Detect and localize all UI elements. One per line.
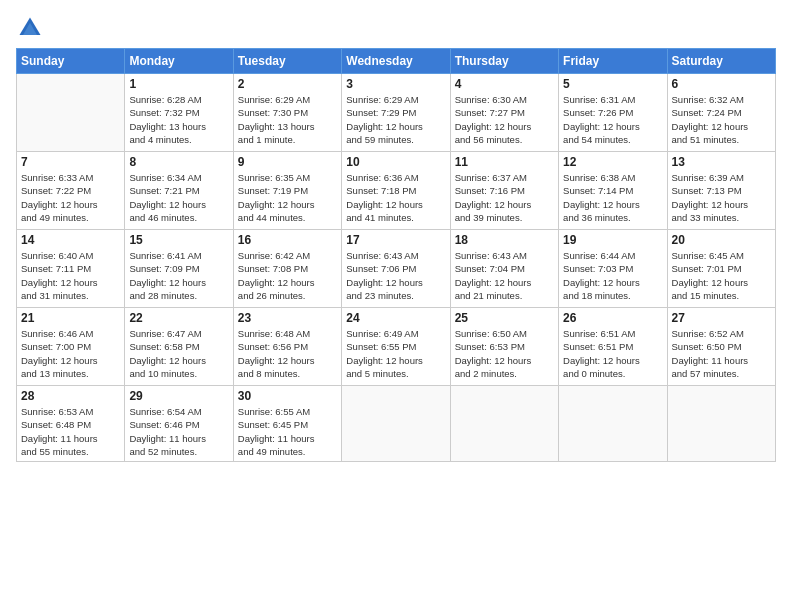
day-number: 23 bbox=[238, 311, 337, 325]
calendar-cell: 7Sunrise: 6:33 AM Sunset: 7:22 PM Daylig… bbox=[17, 152, 125, 230]
calendar-cell: 2Sunrise: 6:29 AM Sunset: 7:30 PM Daylig… bbox=[233, 74, 341, 152]
week-row-4: 21Sunrise: 6:46 AM Sunset: 7:00 PM Dayli… bbox=[17, 308, 776, 386]
day-number: 3 bbox=[346, 77, 445, 91]
day-number: 11 bbox=[455, 155, 554, 169]
calendar-cell: 11Sunrise: 6:37 AM Sunset: 7:16 PM Dayli… bbox=[450, 152, 558, 230]
day-number: 5 bbox=[563, 77, 662, 91]
day-info: Sunrise: 6:40 AM Sunset: 7:11 PM Dayligh… bbox=[21, 249, 120, 302]
day-number: 2 bbox=[238, 77, 337, 91]
calendar-cell: 10Sunrise: 6:36 AM Sunset: 7:18 PM Dayli… bbox=[342, 152, 450, 230]
calendar-cell: 1Sunrise: 6:28 AM Sunset: 7:32 PM Daylig… bbox=[125, 74, 233, 152]
day-info: Sunrise: 6:29 AM Sunset: 7:29 PM Dayligh… bbox=[346, 93, 445, 146]
calendar-cell: 21Sunrise: 6:46 AM Sunset: 7:00 PM Dayli… bbox=[17, 308, 125, 386]
day-number: 6 bbox=[672, 77, 771, 91]
calendar-cell: 24Sunrise: 6:49 AM Sunset: 6:55 PM Dayli… bbox=[342, 308, 450, 386]
day-info: Sunrise: 6:29 AM Sunset: 7:30 PM Dayligh… bbox=[238, 93, 337, 146]
logo bbox=[16, 14, 46, 42]
day-number: 25 bbox=[455, 311, 554, 325]
calendar-cell: 14Sunrise: 6:40 AM Sunset: 7:11 PM Dayli… bbox=[17, 230, 125, 308]
day-info: Sunrise: 6:43 AM Sunset: 7:04 PM Dayligh… bbox=[455, 249, 554, 302]
day-info: Sunrise: 6:46 AM Sunset: 7:00 PM Dayligh… bbox=[21, 327, 120, 380]
day-number: 17 bbox=[346, 233, 445, 247]
calendar-cell bbox=[450, 386, 558, 462]
calendar-cell: 6Sunrise: 6:32 AM Sunset: 7:24 PM Daylig… bbox=[667, 74, 775, 152]
day-info: Sunrise: 6:49 AM Sunset: 6:55 PM Dayligh… bbox=[346, 327, 445, 380]
day-info: Sunrise: 6:41 AM Sunset: 7:09 PM Dayligh… bbox=[129, 249, 228, 302]
day-info: Sunrise: 6:45 AM Sunset: 7:01 PM Dayligh… bbox=[672, 249, 771, 302]
calendar-cell: 12Sunrise: 6:38 AM Sunset: 7:14 PM Dayli… bbox=[559, 152, 667, 230]
logo-icon bbox=[16, 14, 44, 42]
day-number: 12 bbox=[563, 155, 662, 169]
day-header-saturday: Saturday bbox=[667, 49, 775, 74]
day-info: Sunrise: 6:42 AM Sunset: 7:08 PM Dayligh… bbox=[238, 249, 337, 302]
day-info: Sunrise: 6:35 AM Sunset: 7:19 PM Dayligh… bbox=[238, 171, 337, 224]
calendar-cell: 16Sunrise: 6:42 AM Sunset: 7:08 PM Dayli… bbox=[233, 230, 341, 308]
calendar-cell: 20Sunrise: 6:45 AM Sunset: 7:01 PM Dayli… bbox=[667, 230, 775, 308]
calendar-cell bbox=[667, 386, 775, 462]
day-number: 4 bbox=[455, 77, 554, 91]
day-number: 1 bbox=[129, 77, 228, 91]
day-number: 19 bbox=[563, 233, 662, 247]
calendar-cell: 5Sunrise: 6:31 AM Sunset: 7:26 PM Daylig… bbox=[559, 74, 667, 152]
week-row-1: 1Sunrise: 6:28 AM Sunset: 7:32 PM Daylig… bbox=[17, 74, 776, 152]
day-info: Sunrise: 6:50 AM Sunset: 6:53 PM Dayligh… bbox=[455, 327, 554, 380]
calendar-cell: 8Sunrise: 6:34 AM Sunset: 7:21 PM Daylig… bbox=[125, 152, 233, 230]
day-info: Sunrise: 6:30 AM Sunset: 7:27 PM Dayligh… bbox=[455, 93, 554, 146]
day-number: 18 bbox=[455, 233, 554, 247]
day-info: Sunrise: 6:31 AM Sunset: 7:26 PM Dayligh… bbox=[563, 93, 662, 146]
day-info: Sunrise: 6:28 AM Sunset: 7:32 PM Dayligh… bbox=[129, 93, 228, 146]
day-info: Sunrise: 6:33 AM Sunset: 7:22 PM Dayligh… bbox=[21, 171, 120, 224]
day-info: Sunrise: 6:37 AM Sunset: 7:16 PM Dayligh… bbox=[455, 171, 554, 224]
calendar-cell: 13Sunrise: 6:39 AM Sunset: 7:13 PM Dayli… bbox=[667, 152, 775, 230]
calendar-cell: 26Sunrise: 6:51 AM Sunset: 6:51 PM Dayli… bbox=[559, 308, 667, 386]
day-info: Sunrise: 6:48 AM Sunset: 6:56 PM Dayligh… bbox=[238, 327, 337, 380]
day-number: 29 bbox=[129, 389, 228, 403]
day-number: 15 bbox=[129, 233, 228, 247]
day-number: 8 bbox=[129, 155, 228, 169]
calendar-cell: 15Sunrise: 6:41 AM Sunset: 7:09 PM Dayli… bbox=[125, 230, 233, 308]
day-header-sunday: Sunday bbox=[17, 49, 125, 74]
day-number: 10 bbox=[346, 155, 445, 169]
day-header-friday: Friday bbox=[559, 49, 667, 74]
day-number: 30 bbox=[238, 389, 337, 403]
calendar-cell bbox=[342, 386, 450, 462]
calendar-cell: 3Sunrise: 6:29 AM Sunset: 7:29 PM Daylig… bbox=[342, 74, 450, 152]
header bbox=[16, 10, 776, 42]
calendar-table: SundayMondayTuesdayWednesdayThursdayFrid… bbox=[16, 48, 776, 462]
day-header-thursday: Thursday bbox=[450, 49, 558, 74]
calendar-cell: 4Sunrise: 6:30 AM Sunset: 7:27 PM Daylig… bbox=[450, 74, 558, 152]
day-info: Sunrise: 6:55 AM Sunset: 6:45 PM Dayligh… bbox=[238, 405, 337, 458]
day-number: 14 bbox=[21, 233, 120, 247]
day-info: Sunrise: 6:32 AM Sunset: 7:24 PM Dayligh… bbox=[672, 93, 771, 146]
calendar-cell bbox=[17, 74, 125, 152]
day-number: 13 bbox=[672, 155, 771, 169]
day-info: Sunrise: 6:38 AM Sunset: 7:14 PM Dayligh… bbox=[563, 171, 662, 224]
page: SundayMondayTuesdayWednesdayThursdayFrid… bbox=[0, 0, 792, 612]
day-number: 24 bbox=[346, 311, 445, 325]
calendar-cell: 18Sunrise: 6:43 AM Sunset: 7:04 PM Dayli… bbox=[450, 230, 558, 308]
day-number: 7 bbox=[21, 155, 120, 169]
calendar-cell: 30Sunrise: 6:55 AM Sunset: 6:45 PM Dayli… bbox=[233, 386, 341, 462]
day-number: 21 bbox=[21, 311, 120, 325]
day-info: Sunrise: 6:36 AM Sunset: 7:18 PM Dayligh… bbox=[346, 171, 445, 224]
calendar-cell: 22Sunrise: 6:47 AM Sunset: 6:58 PM Dayli… bbox=[125, 308, 233, 386]
calendar-cell: 27Sunrise: 6:52 AM Sunset: 6:50 PM Dayli… bbox=[667, 308, 775, 386]
day-number: 26 bbox=[563, 311, 662, 325]
calendar-cell: 29Sunrise: 6:54 AM Sunset: 6:46 PM Dayli… bbox=[125, 386, 233, 462]
header-row: SundayMondayTuesdayWednesdayThursdayFrid… bbox=[17, 49, 776, 74]
day-info: Sunrise: 6:52 AM Sunset: 6:50 PM Dayligh… bbox=[672, 327, 771, 380]
day-info: Sunrise: 6:39 AM Sunset: 7:13 PM Dayligh… bbox=[672, 171, 771, 224]
day-info: Sunrise: 6:43 AM Sunset: 7:06 PM Dayligh… bbox=[346, 249, 445, 302]
week-row-5: 28Sunrise: 6:53 AM Sunset: 6:48 PM Dayli… bbox=[17, 386, 776, 462]
day-header-wednesday: Wednesday bbox=[342, 49, 450, 74]
calendar-cell: 19Sunrise: 6:44 AM Sunset: 7:03 PM Dayli… bbox=[559, 230, 667, 308]
week-row-3: 14Sunrise: 6:40 AM Sunset: 7:11 PM Dayli… bbox=[17, 230, 776, 308]
day-number: 16 bbox=[238, 233, 337, 247]
day-info: Sunrise: 6:47 AM Sunset: 6:58 PM Dayligh… bbox=[129, 327, 228, 380]
day-info: Sunrise: 6:54 AM Sunset: 6:46 PM Dayligh… bbox=[129, 405, 228, 458]
day-number: 9 bbox=[238, 155, 337, 169]
day-number: 22 bbox=[129, 311, 228, 325]
day-header-tuesday: Tuesday bbox=[233, 49, 341, 74]
day-info: Sunrise: 6:44 AM Sunset: 7:03 PM Dayligh… bbox=[563, 249, 662, 302]
calendar-cell: 9Sunrise: 6:35 AM Sunset: 7:19 PM Daylig… bbox=[233, 152, 341, 230]
